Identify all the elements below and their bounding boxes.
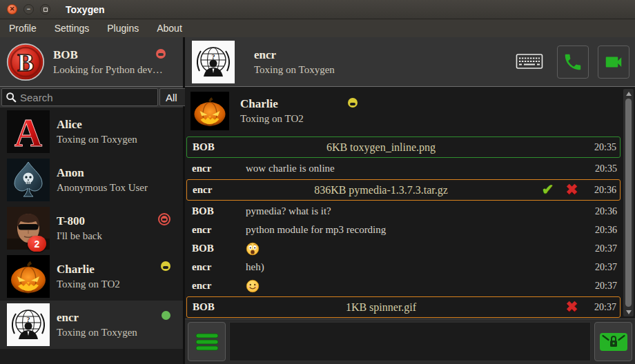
- accept-transfer-button[interactable]: ✔: [542, 183, 554, 197]
- charlie-avatar: [190, 92, 229, 130]
- contact-row-charlie[interactable]: Charlie Toxing on TO2: [0, 252, 183, 301]
- send-message-button[interactable]: [594, 322, 632, 361]
- charlie-contact-card[interactable]: Charlie Toxing on TO2: [190, 91, 621, 131]
- maximize-icon: [43, 8, 48, 12]
- message-text: python module for mp3 recording: [246, 224, 587, 236]
- contact-row-alice[interactable]: Alice Toxing on Toxygen: [0, 108, 183, 156]
- anon-avatar: [7, 159, 50, 201]
- message-sender: BOB: [193, 301, 246, 313]
- message-text: [246, 279, 587, 293]
- peer-avatar: [192, 41, 235, 83]
- message-row: BOB pymedia? what is it? 20:36: [186, 202, 621, 221]
- hamburger-menu-icon: [195, 332, 219, 352]
- contact-info: Anon Anonymous Tox User: [57, 166, 148, 194]
- contact-row-encr[interactable]: encr Toxing on Toxygen: [0, 301, 183, 349]
- menu-profile[interactable]: Profile: [0, 19, 46, 37]
- unread-count-badge: 2: [28, 236, 46, 252]
- contact-info: Alice Toxing on Toxygen: [57, 118, 137, 145]
- arrow-up-icon: [626, 92, 632, 96]
- message-time: 20:37: [587, 243, 617, 254]
- window-close-button[interactable]: ✕: [7, 4, 17, 14]
- message-input[interactable]: [229, 322, 591, 361]
- shocked-face-emoji-icon: [246, 242, 260, 256]
- contact-row-anon[interactable]: Anon Anonymous Tox User: [0, 156, 183, 204]
- self-status-message: Looking for Python dev…: [53, 64, 163, 76]
- peer-header: encr Toxing on Toxygen: [185, 37, 635, 87]
- smiling-face-emoji-icon: [246, 279, 260, 293]
- self-avatar: [6, 43, 45, 81]
- chat-scrollbar[interactable]: [623, 89, 634, 316]
- search-box[interactable]: [1, 88, 158, 106]
- message-text: heh): [246, 261, 587, 273]
- search-input[interactable]: [20, 92, 157, 103]
- message-time: 20:37: [587, 281, 617, 292]
- scroll-up-button[interactable]: [623, 89, 634, 98]
- message-sender: BOB: [192, 205, 246, 217]
- message-time: 20:37: [587, 262, 617, 273]
- contact-name: Alice: [57, 118, 137, 132]
- file-transfer-row[interactable]: BOB 6KB toxygen_inline.png 20:35: [186, 136, 621, 158]
- contact-row-t800[interactable]: T-800 I'll be back 2: [0, 204, 183, 252]
- message-history: Charlie Toxing on TO2 BOB 6KB toxygen_in…: [185, 87, 635, 318]
- video-call-button[interactable]: [598, 46, 629, 79]
- contact-status-message: Toxing on Toxygen: [57, 327, 137, 338]
- message-sender: BOB: [192, 243, 246, 254]
- message-row: BOB 20:37: [186, 239, 621, 258]
- message-row: encr wow charlie is online 20:35: [186, 159, 621, 178]
- window-maximize-button[interactable]: [40, 4, 50, 14]
- message-row: encr python module for mp3 recording 20:…: [186, 221, 621, 239]
- online-status-icon: [162, 311, 170, 320]
- file-name: 836KB pymedia-1.3.7.3.tar.gz: [246, 184, 516, 196]
- file-transfer-row[interactable]: encr 836KB pymedia-1.3.7.3.tar.gz ✔ ✖ 20…: [186, 179, 621, 201]
- message-text: pymedia? what is it?: [246, 205, 587, 217]
- contact-list: Alice Toxing on Toxygen Anon Anonymous T…: [0, 108, 183, 364]
- menu-plugins[interactable]: Plugins: [98, 19, 148, 37]
- message-text: wow charlie is online: [246, 163, 587, 174]
- transfer-actions: ✔ ✖: [516, 183, 586, 197]
- message-row: encr heh) 20:37: [186, 258, 621, 276]
- contact-name: encr: [57, 311, 137, 325]
- title-bar: ✕ − Toxygen: [0, 0, 635, 19]
- left-panel: BOB Looking for Python dev… All Alice To…: [0, 37, 185, 364]
- contact-status-message: Toxing on Toxygen: [57, 134, 137, 145]
- message-sender: encr: [192, 224, 246, 236]
- video-camera-icon: [603, 52, 624, 72]
- decline-transfer-button[interactable]: ✖: [565, 300, 578, 314]
- transfer-actions: ✖: [516, 300, 586, 314]
- contact-name: T-800: [57, 214, 102, 228]
- window-minimize-button[interactable]: −: [23, 4, 34, 14]
- message-time: 20:36: [587, 225, 617, 236]
- message-text: [246, 242, 587, 256]
- chat-panel: encr Toxing on Toxygen Charlie Toxing on…: [185, 37, 635, 364]
- contact-status-message: Anonymous Tox User: [57, 182, 148, 194]
- screen-keyboard-button[interactable]: [516, 52, 543, 72]
- arrow-down-icon: [626, 310, 632, 314]
- busy-status-icon[interactable]: [156, 49, 166, 59]
- audio-call-button[interactable]: [557, 46, 589, 79]
- encrypted-send-icon: [598, 330, 629, 354]
- menu-about[interactable]: About: [148, 19, 191, 37]
- menu-settings[interactable]: Settings: [46, 19, 99, 37]
- contact-info: encr Toxing on Toxygen: [57, 311, 137, 338]
- message-sender: encr: [192, 280, 246, 292]
- self-profile-header[interactable]: BOB Looking for Python dev…: [0, 37, 183, 87]
- away-status-icon: [348, 98, 358, 108]
- card-name: Charlie: [240, 97, 304, 111]
- card-info: Charlie Toxing on TO2: [240, 97, 304, 125]
- scroll-down-button[interactable]: [623, 307, 634, 316]
- window-title: Toxygen: [66, 4, 105, 15]
- peer-name: encr: [254, 48, 335, 62]
- decline-transfer-button[interactable]: ✖: [565, 183, 578, 197]
- message-menu-button[interactable]: [188, 322, 226, 361]
- keyboard-icon: [516, 52, 543, 70]
- message-time: 20:35: [587, 163, 617, 174]
- message-time: 20:36: [586, 185, 616, 196]
- self-info: BOB Looking for Python dev…: [53, 48, 163, 76]
- peer-status-message: Toxing on Toxygen: [254, 64, 335, 76]
- scrollbar-thumb[interactable]: [625, 99, 632, 307]
- search-row: All: [0, 87, 183, 108]
- alice-avatar: [7, 110, 50, 153]
- search-icon: [6, 92, 17, 103]
- file-transfer-row[interactable]: BOB 1KB spinner.gif ✖ 20:37: [186, 296, 621, 318]
- message-time: 20:37: [586, 302, 616, 313]
